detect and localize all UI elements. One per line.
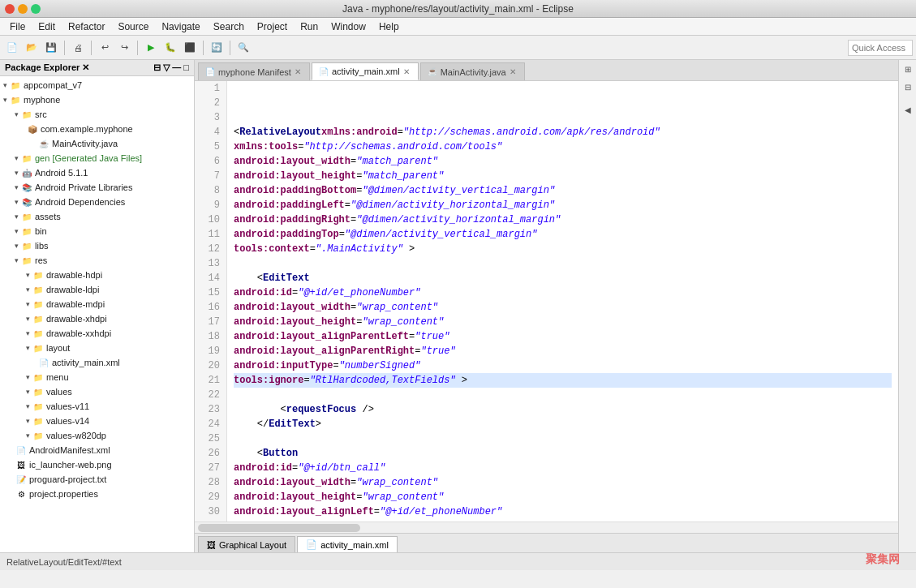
maximize-button[interactable] (31, 4, 41, 14)
menu-file[interactable]: File (3, 19, 32, 34)
tree-item[interactable]: ▾📁values-v14 (0, 414, 194, 428)
tree-expand-icon[interactable]: ▾ (26, 431, 30, 440)
tree-item[interactable]: ▾📁values-v11 (0, 399, 194, 414)
code-line[interactable]: android:layout_alignParentRight="true" (234, 344, 892, 358)
tb-search[interactable]: 🔍 (234, 39, 252, 57)
tree-expand-icon[interactable]: ▾ (15, 198, 19, 206)
code-line[interactable]: <RelativeLayout xmlns:android="http://sc… (234, 125, 892, 139)
code-line[interactable]: <Button (234, 446, 892, 461)
code-line[interactable]: android:layout_height="wrap_content" (234, 315, 892, 329)
code-editor[interactable]: 1234567891011121314151617181920212223242… (195, 81, 898, 521)
tb-redo[interactable]: ↪ (115, 39, 133, 57)
menu-run[interactable]: Run (294, 19, 325, 34)
tree-item[interactable]: ▾📁res (0, 253, 194, 268)
rp-btn1[interactable]: ⊞ (901, 62, 915, 76)
tb-open[interactable]: 📂 (23, 39, 41, 57)
window-controls[interactable] (5, 4, 41, 14)
tree-item[interactable]: ▾📁src (0, 107, 194, 122)
tb-save[interactable]: 💾 (42, 39, 60, 57)
tree-expand-icon[interactable]: ▾ (26, 315, 30, 323)
tb-print[interactable]: 🖨 (69, 39, 87, 57)
close-button[interactable] (5, 4, 15, 14)
code-line[interactable]: android:layout_alignParentLeft="true" (234, 329, 892, 344)
tree-expand-icon[interactable]: ▾ (26, 373, 30, 381)
minimize-button[interactable] (18, 4, 28, 14)
tree-expand-icon[interactable]: ▾ (26, 402, 30, 410)
code-line[interactable]: tools:context=".MainActivity" > (234, 242, 892, 256)
tree-item[interactable]: ▾🤖Android 5.1.1 (0, 165, 194, 180)
tab-activity-xml-bottom[interactable]: 📄 activity_main.xml (297, 536, 398, 552)
tab-graphical-layout[interactable]: 🖼 Graphical Layout (198, 536, 295, 552)
tab-main-activity-close[interactable]: ✕ (510, 67, 516, 76)
code-line[interactable]: android:paddingLeft="@dimen/activity_hor… (234, 198, 892, 212)
code-line[interactable]: android:id="@+id/btn_call" (234, 461, 892, 475)
tree-expand-icon[interactable]: ▾ (15, 110, 19, 118)
tree-item[interactable]: ▾📁drawable-xhdpi (0, 311, 194, 326)
menu-help[interactable]: Help (372, 19, 406, 34)
tree-expand-icon[interactable]: ▾ (26, 388, 30, 396)
code-line[interactable]: </EditText> (234, 417, 892, 431)
tree-item[interactable]: ▾📁drawable-mdpi (0, 297, 194, 311)
code-line[interactable] (234, 256, 892, 271)
pe-collapse[interactable]: ⊟ (153, 62, 161, 72)
pe-menu[interactable]: ▽ (163, 62, 170, 72)
tree-item[interactable]: ▾📁assets (0, 209, 194, 224)
rp-btn2[interactable]: ⊟ (901, 79, 915, 94)
tab-manifest-close[interactable]: ✕ (295, 67, 301, 76)
pe-max[interactable]: □ (183, 62, 189, 72)
code-line[interactable]: <EditText (234, 271, 892, 285)
code-line[interactable]: android:layout_alignLeft="@+id/et_phoneN… (234, 504, 892, 519)
menu-source[interactable]: Source (111, 19, 155, 34)
code-line[interactable]: android:paddingRight="@dimen/activity_ho… (234, 212, 892, 227)
tab-main-activity[interactable]: ☕ MainActivity.java ✕ (420, 62, 525, 80)
tree-expand-icon[interactable]: ▾ (26, 271, 30, 279)
code-line[interactable]: android:paddingTop="@dimen/activity_vert… (234, 227, 892, 242)
tree-item[interactable]: ▾📚Android Dependencies (0, 195, 194, 209)
tree-expand-icon[interactable]: ▾ (15, 169, 19, 177)
tree-item[interactable]: ▾📁drawable-xxhdpi (0, 326, 194, 341)
tree-expand-icon[interactable]: ▾ (15, 154, 19, 162)
menu-window[interactable]: Window (325, 19, 372, 34)
tree-expand-icon[interactable]: ▾ (15, 183, 19, 191)
tb-new[interactable]: 📄 (3, 39, 21, 57)
hscroll-thumb[interactable] (198, 524, 360, 532)
tree-item[interactable]: ▾📁values-w820dp (0, 428, 194, 443)
tree-item[interactable]: ▾📁layout (0, 341, 194, 355)
code-line[interactable]: android:id="@+id/et_phoneNumber" (234, 285, 892, 300)
code-line[interactable]: android:layout_width="wrap_content" (234, 475, 892, 490)
tab-manifest[interactable]: 📄 myphone Manifest ✕ (198, 62, 310, 80)
tree-item[interactable]: ⚙project.properties (0, 487, 194, 501)
code-line[interactable]: <requestFocus /> (234, 402, 892, 417)
tree-item[interactable]: 📄AndroidManifest.xml (0, 443, 194, 457)
tree-item[interactable]: ▾📁bin (0, 224, 194, 238)
code-line[interactable]: android:layout_width="match_parent" (234, 154, 892, 169)
code-line[interactable]: xmlns:tools="http://schemas.android.com/… (234, 139, 892, 154)
quick-access-input[interactable] (848, 40, 913, 56)
tree-expand-icon[interactable]: ▾ (26, 344, 30, 352)
pe-min[interactable]: — (172, 62, 181, 72)
pe-header-controls[interactable]: ⊟ ▽ — □ (153, 62, 189, 73)
code-line[interactable] (234, 431, 892, 446)
tree-item[interactable]: ▾📁drawable-ldpi (0, 282, 194, 297)
tree-expand-icon[interactable]: ▾ (3, 81, 7, 89)
tab-activity-xml-close[interactable]: ✕ (403, 67, 410, 76)
code-line[interactable]: android:paddingBottom="@dimen/activity_v… (234, 183, 892, 198)
menu-project[interactable]: Project (251, 19, 294, 34)
menu-refactor[interactable]: Refactor (62, 19, 111, 34)
code-line[interactable]: android:layout_height="wrap_content" (234, 490, 892, 504)
code-line[interactable]: android:layout_width="wrap_content" (234, 300, 892, 315)
menu-search[interactable]: Search (207, 19, 251, 34)
menu-edit[interactable]: Edit (32, 19, 62, 34)
tree-expand-icon[interactable]: ▾ (15, 227, 19, 235)
horizontal-scrollbar[interactable] (195, 521, 898, 533)
tree-expand-icon[interactable]: ▾ (26, 417, 30, 425)
tree-item[interactable]: 📦com.example.myphone (0, 122, 194, 136)
tree-item[interactable]: ▾📁menu (0, 370, 194, 384)
code-line[interactable]: tools:ignore="RtlHardcoded,TextFields" > (234, 373, 892, 388)
tree-item[interactable]: ▾📁values (0, 384, 194, 399)
tree-item[interactable]: ☕MainActivity.java (0, 136, 194, 151)
tree-expand-icon[interactable]: ▾ (26, 285, 30, 294)
tree-item[interactable]: 🖼ic_launcher-web.png (0, 457, 194, 472)
tab-activity-xml[interactable]: 📄 activity_main.xml ✕ (312, 62, 419, 80)
tree-expand-icon[interactable]: ▾ (3, 96, 7, 104)
